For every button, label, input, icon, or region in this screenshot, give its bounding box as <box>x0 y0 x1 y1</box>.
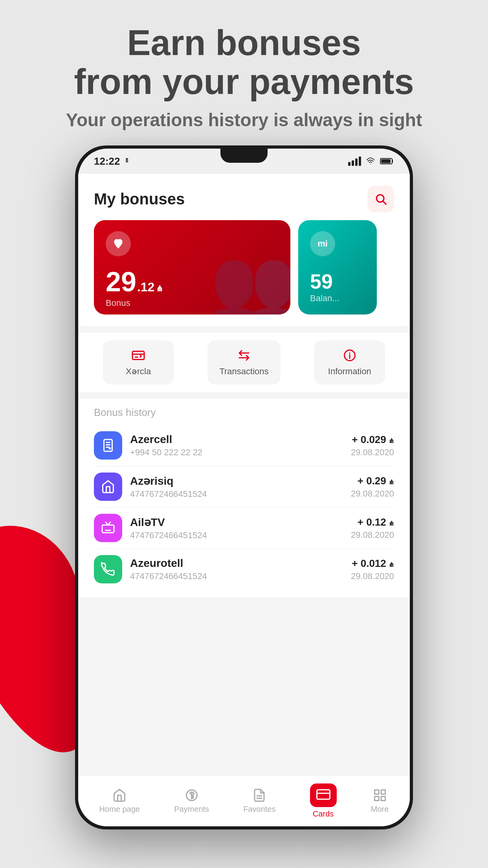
svg-rect-12 <box>102 525 114 533</box>
cards-carousel[interactable]: 29 .12 ₼ Bonus 👥 mi 59 <box>78 220 410 326</box>
history-amount: + 0.29 ₼ <box>351 475 394 487</box>
history-item[interactable]: Azeurotell 4747672466451524 + 0.012 ₼ 29… <box>94 549 394 590</box>
actions-section: Xərcla Transactions <box>78 333 410 392</box>
search-icon <box>374 193 387 205</box>
history-date: 29.08.2020 <box>351 571 394 581</box>
azeurotell-icon <box>94 555 122 583</box>
nav-more-label: More <box>371 805 389 814</box>
history-title: Bonus history <box>94 406 394 419</box>
nav-favorites-label: Favorites <box>243 805 275 814</box>
payments-icon <box>185 788 199 802</box>
phone-inner: 12:22 <box>78 149 410 826</box>
bonus-card-main[interactable]: 29 .12 ₼ Bonus 👥 <box>94 220 290 314</box>
svg-rect-22 <box>381 796 385 801</box>
history-info: AiləTV 4747672466451524 <box>130 516 343 541</box>
more-icon <box>373 788 387 802</box>
status-icons <box>348 156 394 166</box>
nav-cards-active-bg <box>310 783 337 807</box>
svg-rect-19 <box>374 790 379 794</box>
search-button[interactable] <box>367 186 394 212</box>
history-item[interactable]: AiləTV 4747672466451524 + 0.12 ₼ 29.08.2… <box>94 508 394 549</box>
history-name: Azercell <box>130 433 343 446</box>
app-title: My bonuses <box>94 190 185 208</box>
card-second-logo: mi <box>310 231 335 256</box>
svg-line-4 <box>383 201 386 204</box>
nav-home-label: Home page <box>99 805 140 814</box>
history-amount-col: + 0.012 ₼ 29.08.2020 <box>351 557 394 581</box>
svg-rect-21 <box>374 796 379 801</box>
history-name: Azeurotell <box>130 557 343 570</box>
history-sub: 4747672466451524 <box>130 489 343 499</box>
home-icon <box>112 788 127 802</box>
nav-cards[interactable]: Cards <box>302 780 345 822</box>
card-bg-decoration: 👥 <box>210 243 290 314</box>
spend-button[interactable]: Xərcla <box>103 340 174 384</box>
history-date: 29.08.2020 <box>351 447 394 458</box>
history-name: AiləTV <box>130 516 343 529</box>
history-date: 29.08.2020 <box>351 489 394 499</box>
svg-rect-20 <box>381 790 385 794</box>
nav-payments[interactable]: Payments <box>166 784 217 818</box>
history-amount-col: + 0.12 ₼ 29.08.2020 <box>351 516 394 540</box>
favorites-icon <box>252 788 266 802</box>
information-icon <box>343 348 357 362</box>
notch <box>220 149 268 163</box>
svg-rect-5 <box>132 351 144 360</box>
history-amount: + 0.029 ₼ <box>351 434 394 446</box>
ailetv-icon <box>94 514 122 542</box>
history-amount: + 0.12 ₼ <box>351 516 394 528</box>
history-amount-col: + 0.029 ₼ 29.08.2020 <box>351 434 394 458</box>
history-amount-col: + 0.29 ₼ 29.08.2020 <box>351 475 394 499</box>
nav-payments-label: Payments <box>174 805 209 814</box>
nav-favorites[interactable]: Favorites <box>235 784 283 818</box>
history-sub: +994 50 222 22 22 <box>130 447 343 458</box>
azercell-icon <box>94 431 122 460</box>
history-date: 29.08.2020 <box>351 530 394 540</box>
spend-icon <box>131 348 145 362</box>
svg-point-0 <box>126 160 128 162</box>
bottom-nav: Home page Payments <box>78 775 410 826</box>
signal-icon <box>348 156 361 166</box>
headline: Earn bonuses from your payments <box>0 24 488 101</box>
subtitle: Your operations history is always in sig… <box>0 109 488 131</box>
history-info: Azercell +994 50 222 22 22 <box>130 433 343 458</box>
history-info: Azərisiq 4747672466451524 <box>130 474 343 499</box>
transactions-button[interactable]: Transactions <box>207 340 280 384</box>
bonus-card-second[interactable]: mi 59 Balan... <box>298 220 377 314</box>
nav-home[interactable]: Home page <box>92 784 148 818</box>
history-item[interactable]: Azərisiq 4747672466451524 + 0.29 ₼ 29.08… <box>94 466 394 508</box>
wifi-icon <box>365 157 376 166</box>
card-second-amount: 59 <box>310 270 365 293</box>
transactions-label: Transactions <box>219 366 268 377</box>
svg-point-11 <box>109 447 111 450</box>
history-info: Azeurotell 4747672466451524 <box>130 557 343 581</box>
svg-rect-17 <box>317 790 330 799</box>
status-time: 12:22 <box>94 155 130 167</box>
card-second-label: Balan... <box>310 293 365 303</box>
app-header: My bonuses <box>78 174 410 220</box>
information-button[interactable]: Information <box>314 340 385 384</box>
history-sub: 4747672466451524 <box>130 530 343 541</box>
azerisiq-icon <box>94 473 122 501</box>
cards-icon <box>316 787 330 802</box>
headline-section: Earn bonuses from your payments Your ope… <box>0 24 488 131</box>
screen-content: My bonuses <box>78 174 410 826</box>
nav-more[interactable]: More <box>363 784 397 818</box>
svg-rect-2 <box>381 159 391 163</box>
spend-label: Xərcla <box>126 366 151 377</box>
history-name: Azərisiq <box>130 474 343 487</box>
history-section: Bonus history Azercell +994 50 222 22 22 <box>78 399 410 598</box>
information-label: Information <box>328 366 371 377</box>
battery-icon <box>380 157 394 165</box>
transactions-icon <box>237 348 251 362</box>
phone-frame: 12:22 <box>75 145 413 829</box>
history-sub: 4747672466451524 <box>130 571 343 581</box>
card-logo <box>106 231 131 256</box>
nav-cards-label: Cards <box>313 809 334 818</box>
history-amount: + 0.012 ₼ <box>351 557 394 570</box>
history-item[interactable]: Azercell +994 50 222 22 22 + 0.029 ₼ 29.… <box>94 425 394 466</box>
